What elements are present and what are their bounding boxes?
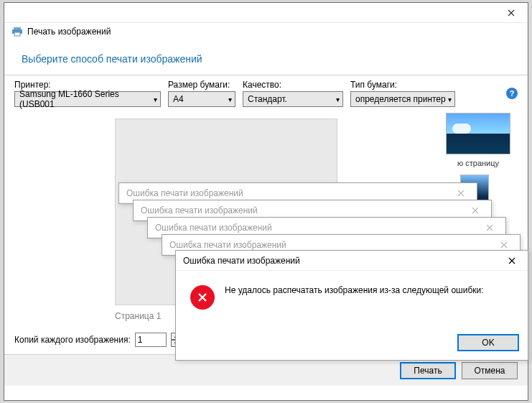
printer-value: Samsung ML-1660 Series (USB001 (19, 89, 154, 109)
window-header: Печать изображений (4, 23, 528, 40)
print-button[interactable]: Печать (400, 362, 456, 379)
divider (4, 75, 528, 75)
paper-type-value: определяется принтер (355, 94, 446, 104)
error-icon (190, 285, 215, 310)
error-dialog-close-button[interactable] (496, 251, 528, 271)
paper-type-select[interactable]: определяется принтер ▾ (350, 91, 455, 107)
paper-size-select[interactable]: A4 ▾ (168, 91, 235, 107)
chevron-down-icon: ▾ (336, 96, 340, 103)
page-heading: Выберите способ печати изображений (4, 40, 528, 75)
error-message: Не удалось распечатать изображения из-за… (225, 285, 484, 328)
paper-type-label: Тип бумаги: (350, 80, 455, 90)
print-options-row: Принтер: Samsung ML-1660 Series (USB001 … (4, 80, 528, 107)
printer-icon (11, 26, 23, 37)
cancel-button[interactable]: Отмена (462, 362, 518, 379)
chevron-down-icon: ▾ (228, 96, 232, 103)
copies-label: Копий каждого изображения: (14, 335, 131, 345)
error-dialog-titlebar: Ошибка печати изображений (176, 251, 528, 271)
quality-select[interactable]: Стандарт. ▾ (243, 91, 343, 107)
printer-select[interactable]: Samsung ML-1660 Series (USB001 ▾ (14, 91, 161, 107)
svg-rect-2 (14, 32, 20, 36)
error-title: Ошибка печати изображений (141, 205, 258, 216)
error-title: Ошибка печати изображений (155, 223, 272, 233)
copies-input[interactable]: 1 (135, 333, 167, 347)
paper-size-label: Размер бумаги: (168, 80, 235, 90)
paper-size-value: A4 (173, 94, 184, 104)
error-title: Ошибка печати изображений (126, 188, 243, 198)
help-icon[interactable]: ? (506, 88, 518, 99)
error-dialog-footer: OK (176, 334, 528, 360)
page-indicator: Страница 1 (115, 311, 161, 321)
printer-label: Принтер: (14, 80, 161, 90)
svg-rect-0 (14, 27, 21, 29)
layout-thumb-full-page[interactable] (446, 113, 510, 154)
window-close-button[interactable] (495, 3, 528, 23)
error-dialog-title: Ошибка печати изображений (183, 256, 300, 266)
error-dialog-body: Не удалось распечатать изображения из-за… (176, 271, 528, 334)
quality-value: Стандарт. (248, 94, 287, 104)
window-title: Печать изображений (27, 27, 111, 37)
chevron-down-icon: ▾ (448, 96, 452, 103)
chevron-down-icon: ▾ (154, 96, 157, 103)
layout-thumb-label: ю страницу (439, 159, 518, 167)
ok-button[interactable]: OK (457, 334, 519, 351)
error-dialog: Ошибка печати изображений Не удалось рас… (175, 250, 528, 361)
quality-label: Качество: (243, 80, 343, 90)
error-title: Ошибка печати изображений (169, 240, 286, 250)
title-bar (4, 3, 528, 23)
